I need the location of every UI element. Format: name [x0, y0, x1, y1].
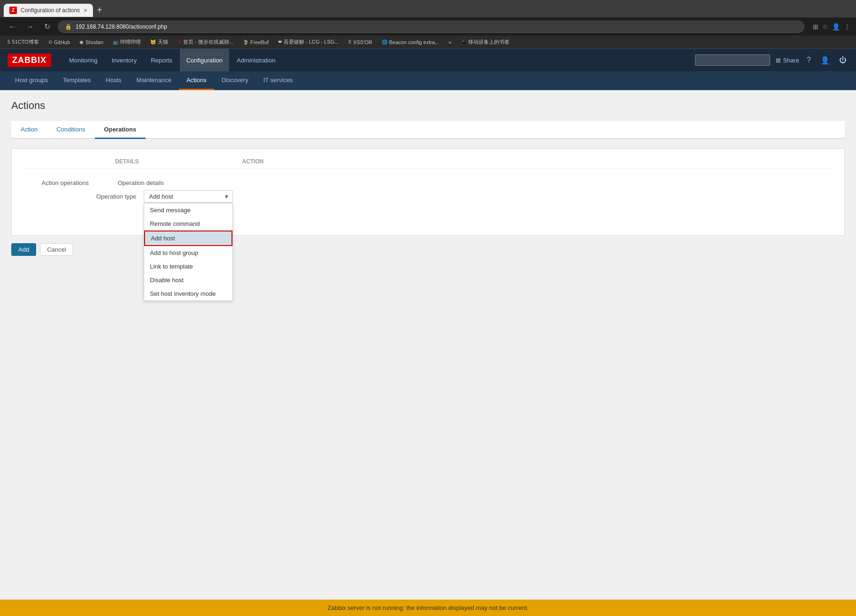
action-operations-controls: Operation details Operation type Add hos…: [96, 177, 233, 220]
page-title: Actions: [11, 100, 845, 112]
subnav-maintenance[interactable]: Maintenance: [129, 71, 179, 90]
action-operations-row: Action operations Operation details Oper…: [21, 177, 835, 220]
sub-navigation: Host groups Templates Hosts Maintenance …: [0, 71, 856, 90]
extensions-icon[interactable]: ⊞: [813, 23, 818, 31]
col-action: ACTION: [242, 158, 263, 165]
browser-chrome: Z Configuration of actions × + ← → ↻ 🔒 1…: [0, 0, 856, 49]
menu-configuration[interactable]: Configuration: [180, 49, 229, 71]
bookmark-tmall-label: 天猫: [158, 38, 168, 46]
zabbix-app: ZABBIX Monitoring Inventory Reports Conf…: [0, 49, 856, 608]
form-action-buttons: Add Cancel: [11, 243, 845, 256]
dropdown-option-remote-command[interactable]: Remote command: [144, 217, 232, 231]
bookmark-freebuf-icon: 🍃: [243, 39, 248, 45]
bookmark-52pojie[interactable]: ❤ 吾爱破解 - LCG - LSG...: [274, 38, 342, 46]
dropdown-option-add-host[interactable]: Add host: [144, 231, 232, 246]
search-input[interactable]: [695, 54, 770, 66]
bookmark-more-icon: »: [448, 39, 451, 45]
profile-icon[interactable]: 👤: [832, 23, 840, 31]
bookmark-beacon-label: Beacon config extra...: [389, 39, 439, 45]
bookmark-github-icon: ⊙: [48, 39, 52, 45]
status-bar: Zabbix server is not running: the inform…: [0, 600, 856, 608]
bookmark-xssor[interactable]: X XSS'OR: [344, 38, 376, 46]
forward-button[interactable]: →: [23, 21, 37, 33]
subnav-discovery[interactable]: Discovery: [214, 71, 256, 90]
bookmark-icon[interactable]: ☆: [822, 23, 828, 31]
bookmark-bilibili-icon: 📺: [113, 39, 118, 45]
subnav-it-services[interactable]: IT services: [256, 71, 301, 90]
bookmark-tmall-icon: 🐱: [150, 39, 156, 45]
tab-conditions[interactable]: Conditions: [47, 121, 94, 139]
bookmark-bilibili[interactable]: 📺 哔哩哔哩: [109, 38, 145, 46]
tab-close-button[interactable]: ×: [84, 7, 87, 14]
subnav-templates[interactable]: Templates: [55, 71, 98, 90]
refresh-button[interactable]: ↻: [41, 20, 53, 33]
bookmark-beacon-icon: 🌐: [382, 39, 387, 45]
bookmark-weibo-label: 首页 - 微步在线威胁...: [183, 38, 233, 46]
bookmark-beacon[interactable]: 🌐 Beacon config extra...: [378, 38, 443, 46]
share-label: Share: [783, 57, 799, 64]
operation-type-row: Operation type Add host ▼ Send message: [96, 190, 233, 203]
dropdown-option-disable-host[interactable]: Disable host: [144, 273, 232, 287]
bookmarks-bar: 5 51CTO博客 ⊙ GitHub ◉ Shodan 📺 哔哩哔哩 🐱 天猫 …: [0, 36, 856, 49]
page-content: Actions Action Conditions Operations DET…: [0, 90, 856, 265]
menu-reports[interactable]: Reports: [144, 49, 179, 71]
bookmark-mobile-label: 移动设备上的书签: [468, 38, 509, 46]
main-menu: Monitoring Inventory Reports Configurati…: [62, 49, 695, 71]
subnav-host-groups[interactable]: Host groups: [8, 71, 55, 90]
menu-inventory[interactable]: Inventory: [105, 49, 143, 71]
bookmark-tmall[interactable]: 🐱 天猫: [147, 38, 172, 46]
menu-administration[interactable]: Administration: [230, 49, 282, 71]
operation-type-select-wrapper: Add host ▼: [144, 190, 233, 203]
operation-type-label: Operation type: [96, 193, 136, 200]
user-button[interactable]: 👤: [818, 54, 832, 67]
subnav-actions[interactable]: Actions: [179, 71, 214, 90]
bookmark-mobile[interactable]: 📱 移动设备上的书签: [457, 38, 513, 46]
dropdown-option-link-to-template[interactable]: Link to template: [144, 260, 232, 273]
col-details: DETAILS: [115, 158, 139, 165]
operation-type-select[interactable]: Add host: [144, 190, 233, 203]
bookmark-51cto-icon: 5: [8, 39, 10, 45]
new-tab-button[interactable]: +: [93, 3, 106, 17]
status-message: Zabbix server is not running: the inform…: [328, 604, 529, 608]
bookmark-github-label: GitHub: [54, 39, 70, 45]
back-button[interactable]: ←: [6, 21, 19, 33]
tab-action[interactable]: Action: [11, 121, 47, 139]
menu-icon[interactable]: ⋮: [844, 23, 850, 31]
subnav-hosts[interactable]: Hosts: [98, 71, 129, 90]
submit-add-button[interactable]: Add: [11, 243, 36, 256]
url-bar[interactable]: 🔒 192.168.74.128:8080/actionconf.php: [58, 21, 804, 33]
address-bar: ← → ↻ 🔒 192.168.74.128:8080/actionconf.p…: [0, 17, 856, 36]
bookmark-weibo[interactable]: ✕ 首页 - 微步在线威胁...: [174, 38, 237, 46]
form-section-header: DETAILS ACTION: [21, 158, 835, 169]
operation-type-container: Add host ▼ Send message Remote command A…: [144, 190, 233, 203]
top-navigation: ZABBIX Monitoring Inventory Reports Conf…: [0, 49, 856, 71]
bookmark-52pojie-label: 吾爱破解 - LCG - LSG...: [284, 38, 339, 46]
submit-cancel-button[interactable]: Cancel: [40, 243, 73, 256]
tab-operations[interactable]: Operations: [95, 121, 146, 139]
bookmark-shodan-label: Shodan: [85, 39, 103, 45]
operation-details-row: Operation details: [96, 177, 233, 186]
bookmark-weibo-icon: ✕: [177, 39, 181, 45]
power-button[interactable]: ⏻: [837, 54, 848, 66]
bookmark-shodan[interactable]: ◉ Shodan: [76, 38, 107, 46]
bookmark-github[interactable]: ⊙ GitHub: [45, 38, 74, 46]
bookmark-bilibili-label: 哔哩哔哩: [120, 38, 141, 46]
form-section: DETAILS ACTION Action operations Operati…: [11, 148, 845, 236]
bookmark-51cto[interactable]: 5 51CTO博客: [4, 38, 43, 46]
operation-type-dropdown: Send message Remote command Add host Add…: [144, 203, 233, 301]
browser-tab-active[interactable]: Z Configuration of actions ×: [4, 4, 93, 17]
tab-favicon: Z: [9, 7, 17, 14]
menu-monitoring[interactable]: Monitoring: [62, 49, 104, 71]
form-tabs: Action Conditions Operations: [11, 121, 845, 139]
dropdown-option-set-host-inventory[interactable]: Set host inventory mode: [144, 287, 232, 300]
dropdown-option-send-message[interactable]: Send message: [144, 203, 232, 217]
share-button[interactable]: ⊠ Share: [776, 57, 799, 64]
bookmark-xssor-icon: X: [348, 39, 351, 45]
bookmark-freebuf[interactable]: 🍃 FreeBuf: [239, 38, 272, 46]
tab-title: Configuration of actions: [21, 7, 80, 14]
bookmark-more[interactable]: »: [445, 38, 455, 46]
bookmark-xssor-label: XSS'OR: [353, 39, 372, 45]
help-button[interactable]: ?: [805, 54, 813, 66]
dropdown-option-add-to-host-group[interactable]: Add to host group: [144, 246, 232, 260]
action-operations-label: Action operations: [21, 177, 96, 186]
